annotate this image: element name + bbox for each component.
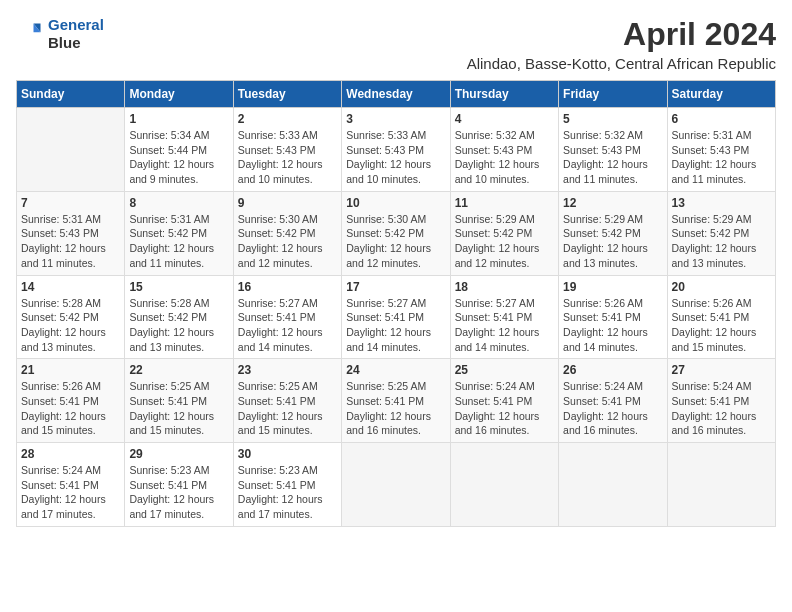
calendar-cell bbox=[17, 108, 125, 192]
subtitle: Alindao, Basse-Kotto, Central African Re… bbox=[467, 55, 776, 72]
calendar-cell: 2Sunrise: 5:33 AM Sunset: 5:43 PM Daylig… bbox=[233, 108, 341, 192]
calendar-cell: 29Sunrise: 5:23 AM Sunset: 5:41 PM Dayli… bbox=[125, 443, 233, 527]
day-number: 11 bbox=[455, 196, 554, 210]
day-info: Sunrise: 5:33 AM Sunset: 5:43 PM Dayligh… bbox=[238, 128, 337, 187]
header-friday: Friday bbox=[559, 81, 667, 108]
calendar-week-4: 21Sunrise: 5:26 AM Sunset: 5:41 PM Dayli… bbox=[17, 359, 776, 443]
calendar-cell: 11Sunrise: 5:29 AM Sunset: 5:42 PM Dayli… bbox=[450, 191, 558, 275]
day-number: 27 bbox=[672, 363, 771, 377]
calendar-cell: 7Sunrise: 5:31 AM Sunset: 5:43 PM Daylig… bbox=[17, 191, 125, 275]
day-info: Sunrise: 5:30 AM Sunset: 5:42 PM Dayligh… bbox=[346, 212, 445, 271]
day-number: 22 bbox=[129, 363, 228, 377]
day-number: 8 bbox=[129, 196, 228, 210]
calendar-cell: 21Sunrise: 5:26 AM Sunset: 5:41 PM Dayli… bbox=[17, 359, 125, 443]
day-info: Sunrise: 5:27 AM Sunset: 5:41 PM Dayligh… bbox=[455, 296, 554, 355]
day-info: Sunrise: 5:26 AM Sunset: 5:41 PM Dayligh… bbox=[563, 296, 662, 355]
header-thursday: Thursday bbox=[450, 81, 558, 108]
day-number: 6 bbox=[672, 112, 771, 126]
day-info: Sunrise: 5:33 AM Sunset: 5:43 PM Dayligh… bbox=[346, 128, 445, 187]
day-info: Sunrise: 5:23 AM Sunset: 5:41 PM Dayligh… bbox=[129, 463, 228, 522]
day-number: 13 bbox=[672, 196, 771, 210]
calendar-cell: 23Sunrise: 5:25 AM Sunset: 5:41 PM Dayli… bbox=[233, 359, 341, 443]
day-info: Sunrise: 5:26 AM Sunset: 5:41 PM Dayligh… bbox=[21, 379, 120, 438]
header-wednesday: Wednesday bbox=[342, 81, 450, 108]
day-number: 24 bbox=[346, 363, 445, 377]
header-sunday: Sunday bbox=[17, 81, 125, 108]
day-number: 29 bbox=[129, 447, 228, 461]
day-number: 30 bbox=[238, 447, 337, 461]
calendar-cell: 25Sunrise: 5:24 AM Sunset: 5:41 PM Dayli… bbox=[450, 359, 558, 443]
header-monday: Monday bbox=[125, 81, 233, 108]
calendar-cell: 26Sunrise: 5:24 AM Sunset: 5:41 PM Dayli… bbox=[559, 359, 667, 443]
calendar-cell: 1Sunrise: 5:34 AM Sunset: 5:44 PM Daylig… bbox=[125, 108, 233, 192]
calendar-cell: 14Sunrise: 5:28 AM Sunset: 5:42 PM Dayli… bbox=[17, 275, 125, 359]
day-number: 17 bbox=[346, 280, 445, 294]
day-number: 1 bbox=[129, 112, 228, 126]
calendar-week-5: 28Sunrise: 5:24 AM Sunset: 5:41 PM Dayli… bbox=[17, 443, 776, 527]
calendar-cell: 18Sunrise: 5:27 AM Sunset: 5:41 PM Dayli… bbox=[450, 275, 558, 359]
header-saturday: Saturday bbox=[667, 81, 775, 108]
calendar-header-row: SundayMondayTuesdayWednesdayThursdayFrid… bbox=[17, 81, 776, 108]
day-number: 3 bbox=[346, 112, 445, 126]
day-info: Sunrise: 5:29 AM Sunset: 5:42 PM Dayligh… bbox=[455, 212, 554, 271]
calendar-cell: 4Sunrise: 5:32 AM Sunset: 5:43 PM Daylig… bbox=[450, 108, 558, 192]
day-number: 4 bbox=[455, 112, 554, 126]
day-number: 25 bbox=[455, 363, 554, 377]
calendar-cell: 13Sunrise: 5:29 AM Sunset: 5:42 PM Dayli… bbox=[667, 191, 775, 275]
day-number: 23 bbox=[238, 363, 337, 377]
day-number: 20 bbox=[672, 280, 771, 294]
day-number: 18 bbox=[455, 280, 554, 294]
calendar-cell: 6Sunrise: 5:31 AM Sunset: 5:43 PM Daylig… bbox=[667, 108, 775, 192]
calendar-cell: 5Sunrise: 5:32 AM Sunset: 5:43 PM Daylig… bbox=[559, 108, 667, 192]
calendar-cell bbox=[450, 443, 558, 527]
day-info: Sunrise: 5:25 AM Sunset: 5:41 PM Dayligh… bbox=[129, 379, 228, 438]
day-number: 15 bbox=[129, 280, 228, 294]
day-info: Sunrise: 5:29 AM Sunset: 5:42 PM Dayligh… bbox=[563, 212, 662, 271]
day-info: Sunrise: 5:25 AM Sunset: 5:41 PM Dayligh… bbox=[238, 379, 337, 438]
day-number: 14 bbox=[21, 280, 120, 294]
day-number: 2 bbox=[238, 112, 337, 126]
calendar-cell bbox=[559, 443, 667, 527]
calendar-week-3: 14Sunrise: 5:28 AM Sunset: 5:42 PM Dayli… bbox=[17, 275, 776, 359]
day-info: Sunrise: 5:24 AM Sunset: 5:41 PM Dayligh… bbox=[455, 379, 554, 438]
calendar-cell: 12Sunrise: 5:29 AM Sunset: 5:42 PM Dayli… bbox=[559, 191, 667, 275]
day-number: 10 bbox=[346, 196, 445, 210]
calendar-cell: 30Sunrise: 5:23 AM Sunset: 5:41 PM Dayli… bbox=[233, 443, 341, 527]
day-info: Sunrise: 5:28 AM Sunset: 5:42 PM Dayligh… bbox=[21, 296, 120, 355]
title-section: April 2024 Alindao, Basse-Kotto, Central… bbox=[467, 16, 776, 72]
calendar-cell: 19Sunrise: 5:26 AM Sunset: 5:41 PM Dayli… bbox=[559, 275, 667, 359]
day-number: 12 bbox=[563, 196, 662, 210]
day-info: Sunrise: 5:28 AM Sunset: 5:42 PM Dayligh… bbox=[129, 296, 228, 355]
day-info: Sunrise: 5:24 AM Sunset: 5:41 PM Dayligh… bbox=[563, 379, 662, 438]
day-number: 9 bbox=[238, 196, 337, 210]
calendar-table: SundayMondayTuesdayWednesdayThursdayFrid… bbox=[16, 80, 776, 527]
day-number: 5 bbox=[563, 112, 662, 126]
calendar-cell: 27Sunrise: 5:24 AM Sunset: 5:41 PM Dayli… bbox=[667, 359, 775, 443]
day-number: 7 bbox=[21, 196, 120, 210]
calendar-cell: 15Sunrise: 5:28 AM Sunset: 5:42 PM Dayli… bbox=[125, 275, 233, 359]
day-info: Sunrise: 5:29 AM Sunset: 5:42 PM Dayligh… bbox=[672, 212, 771, 271]
day-info: Sunrise: 5:24 AM Sunset: 5:41 PM Dayligh… bbox=[672, 379, 771, 438]
day-info: Sunrise: 5:24 AM Sunset: 5:41 PM Dayligh… bbox=[21, 463, 120, 522]
page-header: General Blue April 2024 Alindao, Basse-K… bbox=[16, 16, 776, 72]
day-number: 21 bbox=[21, 363, 120, 377]
day-info: Sunrise: 5:30 AM Sunset: 5:42 PM Dayligh… bbox=[238, 212, 337, 271]
calendar-cell: 24Sunrise: 5:25 AM Sunset: 5:41 PM Dayli… bbox=[342, 359, 450, 443]
calendar-cell: 3Sunrise: 5:33 AM Sunset: 5:43 PM Daylig… bbox=[342, 108, 450, 192]
main-title: April 2024 bbox=[467, 16, 776, 53]
calendar-cell: 22Sunrise: 5:25 AM Sunset: 5:41 PM Dayli… bbox=[125, 359, 233, 443]
day-number: 26 bbox=[563, 363, 662, 377]
logo-text: General Blue bbox=[48, 16, 104, 52]
day-info: Sunrise: 5:25 AM Sunset: 5:41 PM Dayligh… bbox=[346, 379, 445, 438]
day-info: Sunrise: 5:32 AM Sunset: 5:43 PM Dayligh… bbox=[563, 128, 662, 187]
calendar-cell: 8Sunrise: 5:31 AM Sunset: 5:42 PM Daylig… bbox=[125, 191, 233, 275]
logo-icon bbox=[16, 20, 44, 48]
day-info: Sunrise: 5:26 AM Sunset: 5:41 PM Dayligh… bbox=[672, 296, 771, 355]
logo: General Blue bbox=[16, 16, 104, 52]
day-info: Sunrise: 5:32 AM Sunset: 5:43 PM Dayligh… bbox=[455, 128, 554, 187]
day-info: Sunrise: 5:31 AM Sunset: 5:43 PM Dayligh… bbox=[21, 212, 120, 271]
calendar-cell: 20Sunrise: 5:26 AM Sunset: 5:41 PM Dayli… bbox=[667, 275, 775, 359]
day-info: Sunrise: 5:23 AM Sunset: 5:41 PM Dayligh… bbox=[238, 463, 337, 522]
day-info: Sunrise: 5:31 AM Sunset: 5:42 PM Dayligh… bbox=[129, 212, 228, 271]
calendar-cell: 17Sunrise: 5:27 AM Sunset: 5:41 PM Dayli… bbox=[342, 275, 450, 359]
